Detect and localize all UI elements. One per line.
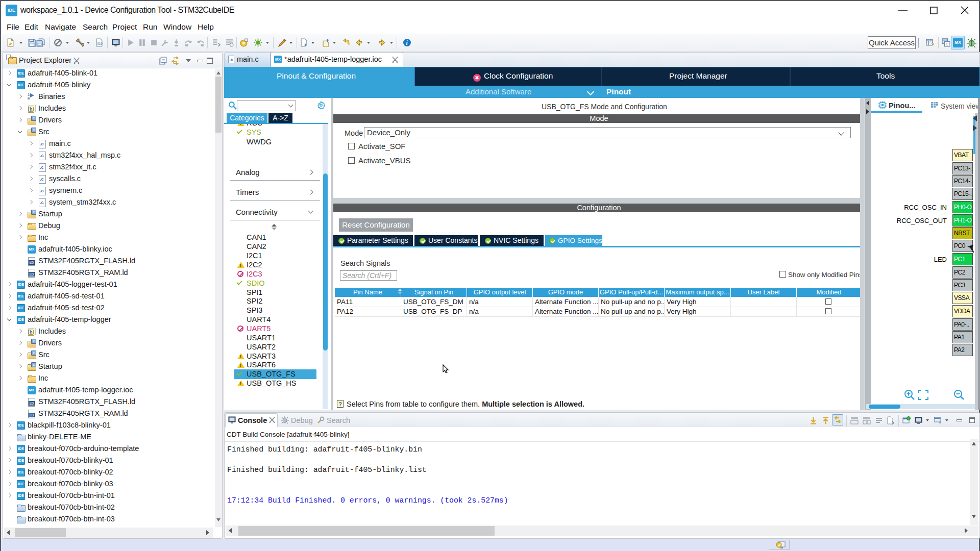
- svg-text:C: C: [945, 42, 948, 46]
- svg-text:010: 010: [97, 42, 103, 45]
